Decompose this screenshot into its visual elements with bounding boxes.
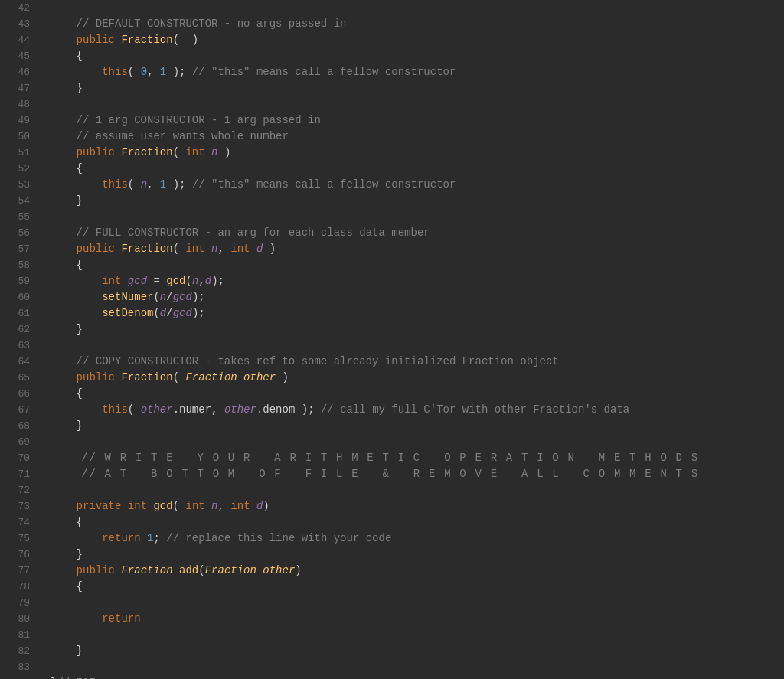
line-number: 74: [8, 514, 30, 530]
code-editor: 42 43 44 45 46 47 48 49 50 51 52 53 54 5…: [0, 0, 784, 679]
code-line-80: return: [51, 611, 776, 627]
line-number: 48: [8, 96, 30, 113]
line-number: 76: [8, 547, 30, 563]
line-number: 70: [8, 450, 30, 466]
line-number: 77: [8, 563, 30, 579]
line-number: 45: [8, 48, 30, 64]
line-number: 81: [8, 627, 30, 643]
code-area[interactable]: // DEFAULT CONSTRUCTOR - no args passed …: [38, 0, 784, 679]
code-line-72: [51, 482, 776, 498]
line-number: 80: [8, 611, 30, 627]
line-number: 58: [8, 257, 30, 273]
line-number: 72: [8, 482, 30, 498]
line-number: 53: [8, 177, 30, 193]
code-line-79: [51, 595, 776, 611]
code-line-60: setNumer(n/gcd);: [51, 289, 776, 305]
line-number: 49: [8, 113, 30, 129]
line-number: 64: [8, 354, 30, 370]
line-number: 71: [8, 466, 30, 482]
code-line-53: this( n, 1 ); // "this" means call a fel…: [51, 177, 776, 193]
code-line-46: this( 0, 1 ); // "this" means call a fel…: [51, 64, 776, 80]
line-number: 61: [8, 305, 30, 322]
line-number: 57: [8, 241, 30, 257]
code-line-83: [51, 659, 776, 675]
code-line-62: }: [51, 322, 776, 338]
code-line-61: setDenom(d/gcd);: [51, 305, 776, 322]
code-line-59: int gcd = gcd(n,d);: [51, 273, 776, 289]
code-line-75: return 1; // replace this line with your…: [51, 530, 776, 547]
code-line-84: }// EOF: [51, 675, 776, 679]
code-line-69: [51, 434, 776, 450]
code-line-45: {: [51, 48, 776, 64]
code-line-77: public Fraction add(Fraction other): [51, 563, 776, 579]
line-number: 78: [8, 579, 30, 595]
code-line-56: // FULL CONSTRUCTOR - an arg for each cl…: [51, 225, 776, 241]
code-line-70: // W R I T E Y O U R A R I T H M E T I C…: [51, 450, 776, 466]
code-line-63: [51, 338, 776, 354]
code-line-55: [51, 209, 776, 225]
line-number: 63: [8, 338, 30, 354]
line-number: 54: [8, 193, 30, 209]
line-number: 50: [8, 129, 30, 145]
line-number: 67: [8, 402, 30, 418]
code-line-67: this( other.numer, other.denom ); // cal…: [51, 402, 776, 418]
code-line-64: // COPY CONSTRUCTOR - takes ref to some …: [51, 354, 776, 370]
code-line-47: }: [51, 80, 776, 96]
line-number: 46: [8, 64, 30, 80]
code-line-58: {: [51, 257, 776, 273]
line-number: 79: [8, 595, 30, 611]
code-line-65: public Fraction( Fraction other ): [51, 370, 776, 386]
code-line-71: // A T B O T T O M O F F I L E & R E M O…: [51, 466, 776, 482]
code-line-48: [51, 96, 776, 113]
line-number: 66: [8, 386, 30, 402]
code-line-44: public Fraction( ): [51, 32, 776, 48]
code-line-52: {: [51, 161, 776, 177]
line-number: 62: [8, 322, 30, 338]
line-number: 42: [8, 0, 30, 16]
line-number: 56: [8, 225, 30, 241]
line-number: 75: [8, 530, 30, 547]
code-line-76: }: [51, 547, 776, 563]
line-number: 59: [8, 273, 30, 289]
line-number: 60: [8, 289, 30, 305]
code-line-82: }: [51, 643, 776, 659]
code-line-74: {: [51, 514, 776, 530]
code-line-50: // assume user wants whole number: [51, 129, 776, 145]
code-line-43: // DEFAULT CONSTRUCTOR - no args passed …: [51, 16, 776, 32]
line-number: 82: [8, 643, 30, 659]
code-line-78: {: [51, 579, 776, 595]
line-number: 68: [8, 418, 30, 434]
code-line-42: [51, 0, 776, 16]
code-line-66: {: [51, 386, 776, 402]
line-number: 73: [8, 498, 30, 514]
line-number: 84: [8, 675, 30, 679]
code-line-68: }: [51, 418, 776, 434]
line-number: 69: [8, 434, 30, 450]
line-number: 47: [8, 80, 30, 96]
line-number: 55: [8, 209, 30, 225]
line-number: 51: [8, 145, 30, 161]
code-line-51: public Fraction( int n ): [51, 145, 776, 161]
code-line-73: private int gcd( int n, int d): [51, 498, 776, 514]
code-line-49: // 1 arg CONSTRUCTOR - 1 arg passed in: [51, 113, 776, 129]
code-line-57: public Fraction( int n, int d ): [51, 241, 776, 257]
line-number: 52: [8, 161, 30, 177]
line-number: 43: [8, 16, 30, 32]
code-line-54: }: [51, 193, 776, 209]
line-numbers-column: 42 43 44 45 46 47 48 49 50 51 52 53 54 5…: [0, 0, 38, 679]
line-number: 83: [8, 659, 30, 675]
code-line-81: [51, 627, 776, 643]
line-number: 65: [8, 370, 30, 386]
line-number: 44: [8, 32, 30, 48]
